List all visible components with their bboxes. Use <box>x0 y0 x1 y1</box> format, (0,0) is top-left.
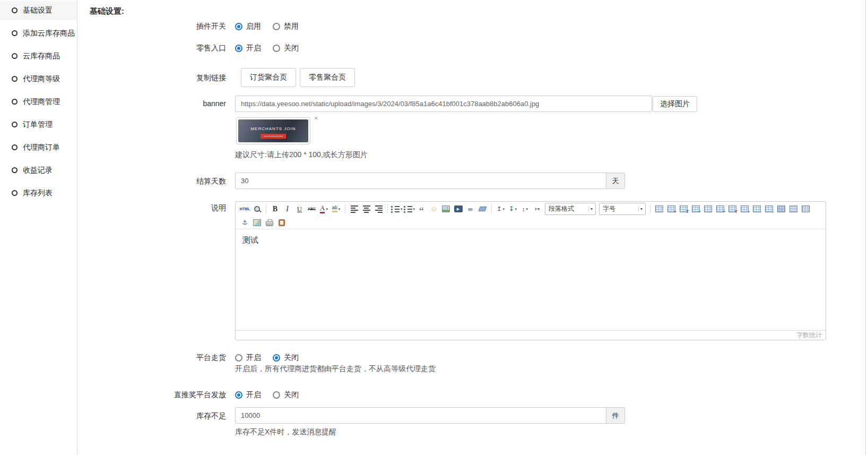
table-dense-icon[interactable] <box>776 203 787 214</box>
anchor-icon[interactable]: ⚓ <box>239 217 250 228</box>
blockquote-icon[interactable]: “ <box>416 203 427 214</box>
row-above-icon[interactable] <box>690 203 701 214</box>
field-label-banner: banner <box>77 99 226 108</box>
field-label-direct-reward: 直推奖平台发放 <box>77 390 226 400</box>
radio-option[interactable]: 开启 <box>235 44 261 53</box>
choose-image-button[interactable]: 选择图片 <box>653 96 697 112</box>
sidebar-item[interactable]: 库存列表 <box>0 184 77 202</box>
circle-icon <box>12 7 18 13</box>
preview-icon[interactable] <box>251 203 263 214</box>
field-label-low-stock: 库存不足 <box>77 411 226 421</box>
strikethrough-icon[interactable]: ABC <box>306 203 317 214</box>
paragraph-format-select[interactable]: 段落格式▾ <box>545 203 596 215</box>
sidebar-item[interactable]: 云库存商品 <box>0 47 77 65</box>
bold-icon[interactable]: B <box>270 203 281 214</box>
radio-icon[interactable] <box>273 354 280 362</box>
sidebar-item[interactable]: 代理商订单 <box>0 138 77 157</box>
circle-icon <box>12 53 18 59</box>
orderedlist-icon[interactable]: ▾ <box>391 203 403 214</box>
table-cols-icon[interactable] <box>800 203 811 214</box>
sidebar-item-label: 添加云库存商品 <box>23 29 75 38</box>
radio-option[interactable]: 启用 <box>235 22 261 31</box>
sidebar-item[interactable]: 收益记录 <box>0 161 77 179</box>
table-icon[interactable] <box>654 203 665 214</box>
radio-icon[interactable] <box>273 391 280 399</box>
toolbar-separator <box>345 204 345 213</box>
print-icon[interactable] <box>264 217 275 228</box>
settle-days-input[interactable] <box>235 173 606 189</box>
radio-icon[interactable] <box>235 45 242 52</box>
field-label-copy-link: 复制链接 <box>77 73 226 83</box>
low-stock-input[interactable] <box>235 407 606 424</box>
sidebar-item-label: 基础设置 <box>23 6 53 15</box>
thumbnail-title-text: MERCHANTS JOIN <box>238 126 308 131</box>
sidebar-item[interactable]: 代理商管理 <box>0 92 77 111</box>
word-count-label[interactable]: 字数统计 <box>796 331 822 340</box>
radio-icon[interactable] <box>273 23 280 30</box>
eraser-icon[interactable] <box>477 203 488 214</box>
banner-url-input[interactable] <box>235 96 652 112</box>
chevron-down-icon: ▾ <box>638 207 644 211</box>
select-value: 字号 <box>603 204 615 213</box>
lineheight-icon[interactable]: ↕▾ <box>519 203 531 214</box>
radio-icon[interactable] <box>273 45 280 52</box>
table-prop-icon[interactable] <box>678 203 689 214</box>
sidebar-item[interactable]: 订单管理 <box>0 115 77 134</box>
hilitecolor-icon[interactable]: ab▾ <box>331 203 342 214</box>
radio-option[interactable]: 禁用 <box>273 22 299 31</box>
cell-down-icon[interactable] <box>763 203 775 214</box>
select-value: 段落格式 <box>549 204 574 213</box>
sidebar-item[interactable]: 代理商等级 <box>0 70 77 88</box>
cell-right-icon[interactable] <box>751 203 762 214</box>
platform-ship-help: 开启后，所有代理商进货都由平台走货，不从高等级代理走货 <box>235 364 436 374</box>
table-delete-icon[interactable] <box>666 203 677 214</box>
radio-icon[interactable] <box>235 354 242 362</box>
editor-status-bar: 字数统计 <box>236 330 826 340</box>
margintop-icon[interactable]: ↥▾ <box>495 203 506 214</box>
circle-icon <box>12 190 18 196</box>
media-icon[interactable]: ▶ <box>453 203 464 214</box>
source-icon[interactable]: HTML <box>239 203 250 214</box>
sidebar-item[interactable]: 基础设置 <box>0 1 77 20</box>
table-rows-icon[interactable] <box>788 203 799 214</box>
aligncenter-icon[interactable] <box>361 203 372 214</box>
col-insert-icon[interactable] <box>715 203 726 214</box>
retail-aggregation-page-button[interactable]: 零售聚合页 <box>300 68 355 87</box>
italic-icon[interactable]: I <box>282 203 293 214</box>
radio-option-label: 启用 <box>246 22 261 31</box>
radio-option[interactable]: 开启 <box>235 353 261 363</box>
unorderedlist-icon[interactable]: ▾ <box>404 203 415 214</box>
emoticons-icon[interactable]: ☺ <box>428 203 439 214</box>
radio-option[interactable]: 关闭 <box>273 390 299 400</box>
low-stock-unit-suffix: 件 <box>606 407 625 424</box>
alignright-icon[interactable] <box>373 203 384 214</box>
radio-option[interactable]: 开启 <box>235 390 261 400</box>
link-icon[interactable]: ∞ <box>465 203 476 214</box>
editor-toolbar-row1: HTMLBIUABCA▾ab▾▾▾“☺▶∞↥▾↧▾↕▾↦段落格式▾字号▾ <box>236 202 826 216</box>
remove-image-icon[interactable]: × <box>314 115 318 122</box>
cell-area-icon[interactable] <box>739 203 750 214</box>
sidebar-item[interactable]: 添加云库存商品 <box>0 24 77 42</box>
map-icon[interactable] <box>251 217 263 228</box>
editor-content[interactable]: 测试 <box>236 229 826 330</box>
alignleft-icon[interactable] <box>349 203 360 214</box>
underline-icon[interactable]: U <box>294 203 305 214</box>
image-icon[interactable] <box>440 203 452 214</box>
editor-toolbar-row2: ⚓ <box>236 216 826 229</box>
font-size-select[interactable]: 字号▾ <box>599 203 646 215</box>
radio-icon[interactable] <box>235 23 242 30</box>
radio-option-label: 关闭 <box>284 390 299 400</box>
paste-icon[interactable] <box>276 217 287 228</box>
radio-option-label: 开启 <box>246 353 261 363</box>
toolbar-separator <box>650 204 650 213</box>
radio-icon[interactable] <box>235 391 242 399</box>
forecolor-icon[interactable]: A▾ <box>318 203 329 214</box>
banner-size-tip: 建议尺寸:请上传200 * 100,或长方形图片 <box>235 150 368 160</box>
indent-icon[interactable]: ↦ <box>532 203 543 214</box>
radio-option[interactable]: 关闭 <box>273 353 299 363</box>
row-merge-icon[interactable] <box>702 203 714 214</box>
radio-option[interactable]: 关闭 <box>273 44 299 53</box>
marginbottom-icon[interactable]: ↧▾ <box>507 203 518 214</box>
col-split-icon[interactable] <box>727 203 738 214</box>
order-aggregation-page-button[interactable]: 订货聚合页 <box>241 68 296 87</box>
